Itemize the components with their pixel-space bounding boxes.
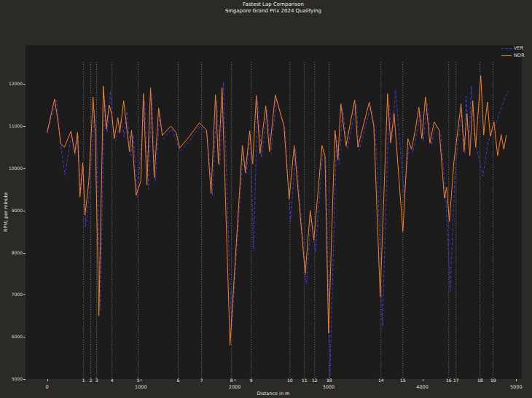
corner-label-6: 6 (173, 378, 184, 383)
series-line-NOR (47, 76, 506, 346)
y-tick-mark (23, 211, 26, 211)
corner-label-17: 17 (451, 378, 461, 383)
plot-area (26, 45, 522, 379)
y-tick-mark (23, 253, 26, 254)
x-tick-label-5000: 5000 (505, 384, 527, 390)
x-tick-label-2000: 2000 (224, 384, 246, 390)
corner-label-5: 5 (133, 378, 144, 383)
corner-label-11: 11 (300, 378, 310, 383)
corner-label-19: 19 (488, 378, 498, 383)
y-tick-label-5000: 5000 (2, 376, 23, 382)
y-tick-mark (23, 337, 26, 337)
x-tick-label-4000: 4000 (412, 384, 434, 390)
corner-label-9: 9 (246, 378, 257, 383)
y-tick-label-10000: 10000 (2, 165, 23, 171)
y-tick-label-7000: 7000 (2, 292, 23, 297)
legend-label-nor: NOR (514, 53, 525, 58)
x-tick-mark (47, 379, 48, 381)
corner-label-3: 3 (92, 378, 102, 383)
x-tick-label-0: 0 (36, 384, 58, 390)
ver-line-sample-icon (501, 48, 512, 49)
y-tick-mark (23, 379, 26, 380)
legend-label-ver: VER (514, 46, 523, 51)
legend: VER NOR (501, 46, 525, 58)
x-tick-label-3000: 3000 (318, 384, 340, 390)
y-axis-label: RPM, per minute (3, 192, 9, 232)
legend-item-ver: VER (501, 46, 525, 51)
corner-label-15: 15 (398, 378, 408, 383)
x-tick-mark (329, 379, 329, 381)
x-tick-label-1000: 1000 (130, 384, 152, 390)
corner-label-12: 12 (310, 378, 320, 383)
y-tick-label-6000: 6000 (2, 334, 23, 340)
x-tick-mark (516, 379, 517, 381)
corner-label-14: 14 (376, 378, 386, 383)
x-axis-label: Distance in m (0, 391, 532, 397)
chart-title-line1: Fastest Lap Comparison (0, 1, 532, 8)
y-tick-mark (23, 84, 26, 85)
legend-item-nor: NOR (501, 53, 525, 58)
y-tick-mark (23, 168, 26, 169)
corner-label-4: 4 (107, 378, 117, 383)
x-tick-mark (423, 379, 423, 381)
x-tick-mark (235, 379, 235, 381)
chart-title-line2: Singapore Grand Prix 2024 Qualifying (0, 8, 532, 15)
y-tick-mark (23, 126, 26, 127)
y-tick-label-12000: 12000 (2, 81, 23, 87)
y-tick-label-11000: 11000 (2, 123, 23, 129)
y-tick-label-8000: 8000 (2, 250, 23, 256)
y-tick-mark (23, 294, 26, 295)
corner-label-10: 10 (285, 378, 295, 383)
x-tick-mark (141, 379, 141, 381)
figure: Fastest Lap Comparison Singapore Grand P… (0, 0, 532, 398)
nor-line-sample-icon (501, 55, 512, 56)
plot-svg (26, 45, 522, 379)
corner-label-7: 7 (197, 378, 207, 383)
corner-label-18: 18 (475, 378, 485, 383)
